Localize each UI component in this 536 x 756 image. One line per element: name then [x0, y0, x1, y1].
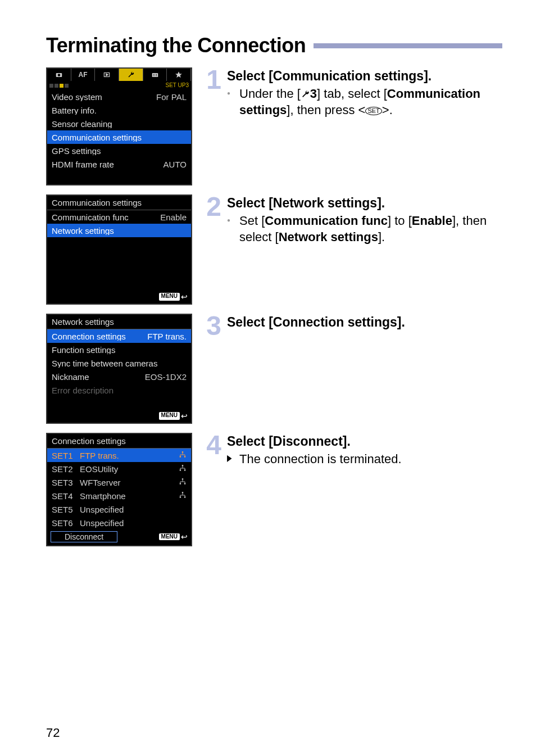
menu-button: MENU: [159, 293, 180, 301]
menu-row: Sensor cleaning: [47, 117, 191, 130]
step-1-bullet: Under the [3] tab, select [Communication…: [239, 85, 502, 118]
menu-row: Video systemFor PAL: [47, 90, 191, 103]
svg-rect-12: [184, 456, 185, 457]
svg-rect-11: [180, 456, 181, 457]
lcd2-title: Communication settings: [47, 196, 191, 210]
tab-play-icon: [95, 69, 119, 81]
svg-rect-10: [182, 451, 183, 452]
lcd-screen-4: Connection settings SET1FTP trans.SET2EO…: [46, 433, 192, 546]
manual-page: Terminating the Connection AF SET UP: [0, 0, 536, 756]
svg-rect-5: [153, 74, 155, 75]
lcd-screen-2: Communication settings Communication fun…: [46, 194, 192, 305]
menu-row: Communication funcEnable: [47, 210, 191, 224]
menu-row: SET2EOSUtility: [47, 462, 191, 476]
menu-row: Battery info.: [47, 103, 191, 117]
menu-row: NicknameEOS-1DX2: [47, 370, 191, 383]
return-icon: ↩: [181, 412, 188, 420]
menu-row: SET3WFTserver: [47, 476, 191, 489]
svg-point-1: [57, 74, 60, 76]
svg-rect-13: [182, 465, 183, 466]
set-button-glyph: SET: [365, 107, 381, 115]
step-2-heading: Select [Network settings].: [227, 194, 502, 211]
step-3-heading: Select [Connection settings].: [227, 314, 502, 331]
step-1-heading: Select [Communication settings].: [227, 67, 502, 84]
step-1-text: Select [Communication settings]. Under t…: [227, 67, 502, 185]
lcd4-footer: Disconnect MENU↩: [47, 529, 191, 545]
svg-marker-3: [106, 74, 108, 76]
svg-rect-15: [184, 469, 185, 470]
lcd2-menu-back: MENU↩: [47, 291, 191, 304]
tab-af: AF: [71, 69, 96, 81]
menu-row: HDMI frame rateAUTO: [47, 157, 191, 171]
page-number: 72: [46, 726, 60, 740]
menu-row: SET1FTP trans.: [47, 449, 191, 462]
lcd4-title: Connection settings: [47, 434, 191, 448]
svg-marker-9: [175, 71, 182, 78]
step-4-text: Select [Disconnect]. The connection is t…: [227, 433, 502, 546]
lcd1-subtabs: SET UP3: [47, 81, 191, 90]
menu-row: Communication settings: [47, 130, 191, 144]
page-title: Terminating the Connection: [46, 34, 306, 57]
step-3-text: Select [Connection settings].: [227, 314, 502, 424]
tab-wrench-icon: [119, 69, 143, 81]
menu-row: Network settings: [47, 224, 191, 237]
svg-rect-7: [156, 74, 157, 75]
step-2-text: Select [Network settings]. Set [Communic…: [227, 194, 502, 305]
tab-camera-icon: [47, 69, 71, 81]
lcd-screen-3: Network settings Connection settingsFTP …: [46, 314, 192, 424]
subtab-label: SET UP3: [166, 83, 189, 88]
lcd1-tabs: AF: [47, 69, 191, 81]
svg-rect-19: [182, 492, 183, 493]
menu-row: GPS settings: [47, 144, 191, 157]
svg-rect-18: [184, 483, 185, 484]
step-number-4: 4: [203, 433, 221, 546]
svg-rect-8: [156, 75, 157, 76]
menu-row: Sync time between cameras: [47, 356, 191, 370]
svg-rect-17: [180, 483, 181, 484]
step-4: Connection settings SET1FTP trans.SET2EO…: [46, 433, 502, 546]
return-icon: ↩: [181, 533, 188, 541]
menu-row: Connection settingsFTP trans.: [47, 329, 191, 343]
svg-rect-16: [182, 478, 183, 479]
menu-row: SET6Unspecified: [47, 516, 191, 529]
tab-star-icon: [167, 69, 191, 81]
svg-rect-4: [152, 73, 158, 77]
title-row: Terminating the Connection: [46, 34, 502, 57]
step-3: Network settings Connection settingsFTP …: [46, 314, 502, 424]
lcd-screen-1: AF SET UP3 Video systemFor PALBattery in…: [46, 67, 192, 185]
svg-rect-21: [184, 496, 185, 497]
return-icon: ↩: [181, 293, 188, 301]
menu-row: Function settings: [47, 343, 191, 356]
step-2: Communication settings Communication fun…: [46, 194, 502, 305]
svg-rect-6: [153, 75, 155, 76]
menu-row: SET5Unspecified: [47, 503, 191, 516]
menu-button: MENU: [159, 412, 180, 420]
lcd3-title: Network settings: [47, 315, 191, 329]
step-number-2: 2: [203, 194, 221, 305]
title-rule: [314, 43, 502, 48]
tab-custom-icon: [143, 69, 167, 81]
svg-rect-20: [180, 496, 181, 497]
step-2-bullet: Set [Communication func] to [Enable], th…: [239, 212, 502, 245]
menu-row: SET4Smartphone: [47, 489, 191, 503]
step-number-3: 3: [203, 314, 221, 424]
step-number-1: 1: [203, 67, 221, 185]
step-4-arrow-bullet: The connection is terminated.: [239, 451, 502, 467]
lcd3-menu-back: MENU↩: [47, 410, 191, 423]
svg-rect-14: [180, 469, 181, 470]
disconnect-button: Disconnect: [51, 531, 117, 542]
menu-button: MENU: [159, 533, 180, 540]
step-4-heading: Select [Disconnect].: [227, 433, 502, 450]
menu-row: Error description: [47, 383, 191, 397]
step-1: AF SET UP3 Video systemFor PALBattery in…: [46, 67, 502, 185]
